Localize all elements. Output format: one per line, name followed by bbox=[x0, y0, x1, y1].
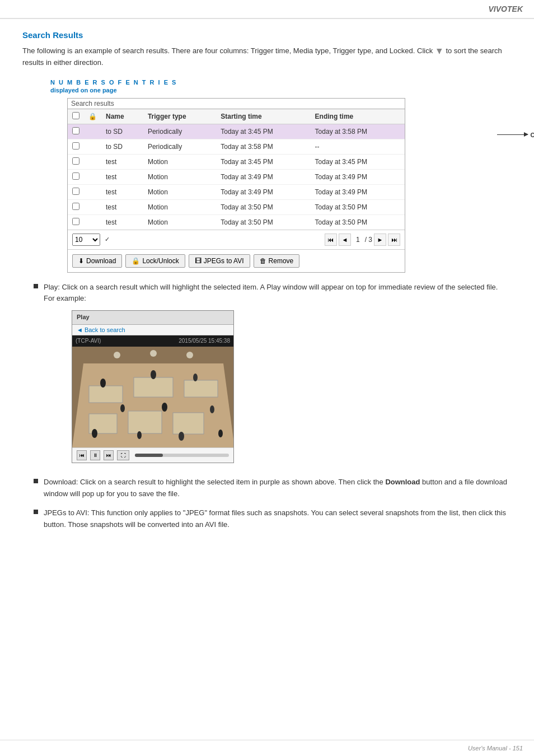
row-start: Today at 3:45 PM bbox=[216, 154, 310, 169]
row-end: Today at 3:50 PM bbox=[311, 214, 405, 230]
annotation-text: Click to open a live view bbox=[530, 132, 534, 138]
row-checkbox-cell bbox=[68, 169, 84, 184]
list-item-play: Play: Click on a search result which wil… bbox=[34, 282, 512, 469]
footer-text: User's Manual - 151 bbox=[468, 745, 523, 752]
th-name: Name bbox=[101, 109, 143, 124]
play-last-btn[interactable]: ⏭ bbox=[104, 450, 114, 460]
row-end: -- bbox=[311, 139, 405, 154]
last-page-btn[interactable]: ⏭ bbox=[388, 234, 400, 246]
prev-page-btn[interactable]: ◄ bbox=[339, 234, 351, 246]
jpegs-to-avi-button[interactable]: 🎞 JPEGs to AVI bbox=[189, 254, 250, 268]
protocol-label: (TCP-AVI) bbox=[76, 337, 101, 346]
row-trigger: Periodically bbox=[143, 139, 216, 154]
row-checkbox-cell bbox=[68, 139, 84, 154]
video-scene-svg bbox=[72, 347, 233, 447]
pagination-row: 10 20 50 ✓ ⏮ ◄ 1 / 3 ► ⏭ bbox=[68, 230, 405, 249]
row-lock-cell bbox=[84, 184, 101, 199]
pagination-controls: ⏮ ◄ 1 / 3 ► ⏭ bbox=[325, 234, 400, 246]
numbers-label-line2: displayed on one page bbox=[22, 87, 512, 94]
arrow-head bbox=[524, 132, 528, 137]
intro-text-part1: The following is an example of search re… bbox=[22, 46, 433, 55]
lock-icon: 🔒 bbox=[132, 257, 140, 265]
per-page-select[interactable]: 10 20 50 bbox=[72, 234, 100, 246]
table-row[interactable]: test Motion Today at 3:50 PM Today at 3:… bbox=[68, 199, 405, 214]
row-start: Today at 3:45 PM bbox=[216, 124, 310, 139]
back-to-search-btn[interactable]: ◄ Back to search bbox=[77, 326, 125, 333]
play-info-bar: (TCP-AVI) 2015/05/25 15:45:38 bbox=[72, 335, 233, 347]
page-footer: User's Manual - 151 bbox=[0, 740, 534, 756]
brand-logo: VIVOTEK bbox=[489, 4, 523, 13]
bullet-jpegs bbox=[34, 510, 38, 514]
list-item-download-content: Download: Click on a search result to hi… bbox=[44, 477, 512, 500]
table-row[interactable]: to SD Periodically Today at 3:45 PM Toda… bbox=[68, 124, 405, 139]
next-page-btn[interactable]: ► bbox=[374, 234, 386, 246]
table-row[interactable]: test Motion Today at 3:50 PM Today at 3:… bbox=[68, 214, 405, 230]
row-lock-cell bbox=[84, 154, 101, 169]
first-page-btn[interactable]: ⏮ bbox=[325, 234, 337, 246]
progress-bar bbox=[135, 454, 229, 457]
select-all-checkbox[interactable] bbox=[72, 112, 79, 119]
list-item-download: Download: Click on a search result to hi… bbox=[34, 477, 512, 500]
row-checkbox-cell bbox=[68, 184, 84, 199]
row-trigger: Motion bbox=[143, 169, 216, 184]
th-trigger-type: Trigger type bbox=[143, 109, 216, 124]
svg-point-11 bbox=[120, 404, 125, 412]
row-end: Today at 3:50 PM bbox=[311, 199, 405, 214]
intro-paragraph: The following is an example of search re… bbox=[22, 45, 512, 69]
row-checkbox-4[interactable] bbox=[72, 188, 79, 195]
download-bold: Download bbox=[385, 478, 420, 486]
row-trigger: Motion bbox=[143, 184, 216, 199]
row-name: test bbox=[101, 199, 143, 214]
svg-point-20 bbox=[186, 352, 193, 358]
row-lock-cell bbox=[84, 124, 101, 139]
back-label: Back to search bbox=[85, 326, 125, 333]
row-end: Today at 3:49 PM bbox=[311, 169, 405, 184]
row-name: to SD bbox=[101, 139, 143, 154]
row-checkbox-cell bbox=[68, 214, 84, 230]
table-row[interactable]: test Motion Today at 3:45 PM Today at 3:… bbox=[68, 154, 405, 169]
row-checkbox-2[interactable] bbox=[72, 157, 79, 165]
play-expand-btn[interactable]: ⛶ bbox=[117, 450, 129, 460]
action-buttons-row: ⬇ Download 🔒 Lock/Unlock 🎞 JPEGs to AVI … bbox=[68, 249, 405, 272]
svg-point-9 bbox=[151, 370, 156, 379]
row-checkbox-6[interactable] bbox=[72, 218, 79, 225]
lock-header-icon: 🔒 bbox=[88, 113, 97, 120]
video-area bbox=[72, 347, 233, 447]
sort-icon-inline: ▲ bbox=[437, 49, 442, 54]
page-header: VIVOTEK bbox=[0, 0, 534, 19]
table-row[interactable]: test Motion Today at 3:49 PM Today at 3:… bbox=[68, 184, 405, 199]
main-content: Search Results The following is an examp… bbox=[0, 19, 534, 561]
row-checkbox-cell bbox=[68, 154, 84, 169]
trash-icon: 🗑 bbox=[260, 257, 266, 265]
svg-point-17 bbox=[218, 430, 223, 437]
annotation-container: Click to open a live view bbox=[497, 132, 534, 138]
row-checkbox-1[interactable] bbox=[72, 142, 79, 150]
search-results-box: Search results 🔒 Name Trigger type Start… bbox=[67, 98, 405, 273]
annotation-arrow-line bbox=[497, 134, 528, 135]
row-trigger: Motion bbox=[143, 214, 216, 230]
svg-point-8 bbox=[100, 379, 106, 388]
page-separator: / 3 bbox=[365, 236, 372, 244]
svg-rect-7 bbox=[173, 413, 204, 434]
row-name: test bbox=[101, 169, 143, 184]
back-arrow-icon: ◄ bbox=[77, 326, 83, 333]
row-start: Today at 3:50 PM bbox=[216, 214, 310, 230]
table-row[interactable]: test Motion Today at 3:49 PM Today at 3:… bbox=[68, 169, 405, 184]
row-checkbox-3[interactable] bbox=[72, 172, 79, 180]
row-lock-cell bbox=[84, 199, 101, 214]
lock-unlock-button[interactable]: 🔒 Lock/Unlock bbox=[125, 254, 185, 268]
for-example-text: For example: bbox=[44, 294, 86, 302]
row-name: to SD bbox=[101, 124, 143, 139]
row-checkbox-0[interactable] bbox=[72, 127, 79, 134]
row-end: Today at 3:49 PM bbox=[311, 184, 405, 199]
row-checkbox-5[interactable] bbox=[72, 203, 79, 210]
table-row[interactable]: to SD Periodically Today at 3:58 PM -- bbox=[68, 139, 405, 154]
play-first-btn[interactable]: ⏮ bbox=[77, 450, 87, 460]
th-lock: 🔒 bbox=[84, 109, 101, 124]
th-ending-time: Ending time bbox=[311, 109, 405, 124]
download-button[interactable]: ⬇ Download bbox=[72, 254, 122, 268]
svg-point-10 bbox=[193, 374, 198, 381]
play-pause-btn[interactable]: ⏸ bbox=[90, 450, 100, 460]
results-table: 🔒 Name Trigger type Starting time Ending… bbox=[68, 109, 405, 230]
remove-button[interactable]: 🗑 Remove bbox=[254, 254, 300, 268]
